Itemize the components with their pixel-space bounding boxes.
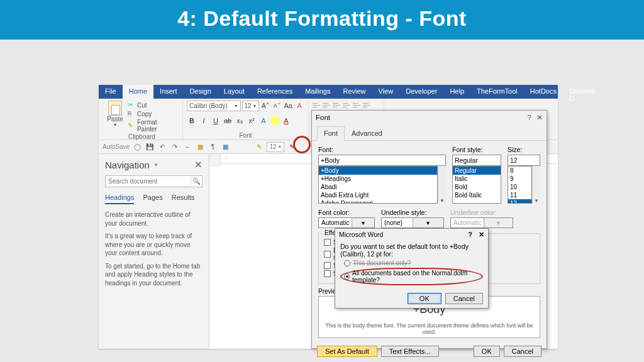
undo-icon[interactable]: ↶	[157, 142, 167, 152]
nav-tab-results[interactable]: Results	[172, 194, 195, 204]
text-effects-button[interactable]: Text Effects...	[381, 346, 439, 357]
toolbar-icon[interactable]: ▦	[195, 142, 205, 152]
paragraph-icons-row1[interactable]	[313, 102, 382, 109]
shrink-font-icon[interactable]: A˅	[272, 101, 282, 111]
list-item[interactable]: 10	[508, 183, 531, 191]
font-name-list[interactable]: +Body +Headings Abadi Abadi Extra Light …	[318, 166, 438, 204]
tab-review[interactable]: Review	[337, 85, 372, 99]
redo-icon[interactable]: ↷	[170, 142, 180, 152]
group-font: Calibri (Body)▼ 12▼ A˄ A˅ Aa A B I U ab …	[183, 100, 309, 140]
pilcrow-icon[interactable]: ¶	[208, 142, 218, 152]
grow-font-icon[interactable]: A˄	[260, 101, 270, 111]
group-clipboard-label: Clipboard	[105, 133, 179, 141]
save-icon[interactable]: 💾	[145, 142, 155, 152]
nav-tab-headings[interactable]: Headings	[105, 194, 134, 204]
font-style-list[interactable]: Regular Italic Bold Bold Italic	[452, 166, 501, 204]
label-font-color: Font color:	[318, 209, 375, 216]
font-name-input[interactable]: +Body	[318, 155, 446, 166]
tab-file[interactable]: File	[99, 85, 123, 99]
list-item[interactable]: 11	[508, 191, 531, 199]
font-size-input[interactable]: 12	[508, 155, 540, 166]
underline-button[interactable]: U	[211, 116, 221, 126]
strike-button[interactable]: ab	[223, 116, 233, 126]
change-case-icon[interactable]: Aa	[283, 101, 293, 111]
repeat-icon[interactable]: ←	[182, 142, 192, 152]
copy-button[interactable]: ⎘Copy	[128, 109, 179, 118]
set-as-default-button[interactable]: Set As Default	[317, 346, 377, 357]
list-item[interactable]: 9	[508, 175, 531, 183]
font-dialog-buttons: Set As Default Text Effects... OK Cancel	[312, 342, 547, 361]
font-size-combo[interactable]: 12▼	[242, 101, 260, 111]
italic-button[interactable]: I	[199, 116, 209, 126]
nav-dropdown-icon[interactable]: ▼	[153, 162, 158, 168]
highlight-tool-icon[interactable]: ✎	[254, 142, 264, 152]
confirm-ok-button[interactable]: OK	[408, 293, 441, 304]
list-item[interactable]: Adobe Devanagari	[319, 199, 437, 204]
highlight-icon[interactable]	[270, 117, 279, 124]
font-size-list[interactable]: 8 9 10 11 12	[508, 166, 532, 204]
list-item[interactable]: Bold	[453, 183, 501, 191]
tab-layout[interactable]: Layout	[218, 85, 251, 99]
list-item[interactable]: +Body	[319, 167, 437, 175]
dialog-close-icon[interactable]: ✕	[536, 114, 543, 121]
nav-hint-3: To get started, go to the Home tab and a…	[105, 262, 203, 288]
search-input-wrap: 🔍	[105, 175, 203, 187]
font-name-combo[interactable]: Calibri (Body)▼	[187, 101, 241, 111]
bold-button[interactable]: B	[187, 116, 197, 126]
tab-advanced-dlg[interactable]: Advanced	[345, 126, 389, 141]
tab-insert[interactable]: Insert	[153, 85, 184, 99]
scrollbar[interactable]: ▼	[438, 166, 446, 204]
tab-view[interactable]: View	[372, 85, 400, 99]
tab-mailings[interactable]: Mailings	[299, 85, 336, 99]
paste-button[interactable]: Paste ▼	[105, 101, 125, 133]
clear-formatting-icon[interactable]: A	[294, 101, 304, 111]
font-style-input[interactable]: Regular	[452, 155, 501, 166]
list-item[interactable]: 8	[508, 167, 531, 175]
tab-home[interactable]: Home	[123, 85, 153, 99]
list-item[interactable]: Regular	[453, 167, 501, 175]
tab-developer[interactable]: Developer	[399, 85, 443, 99]
nav-body: Create an interactive outline of your do…	[105, 211, 203, 287]
search-input[interactable]	[106, 176, 191, 187]
ok-button[interactable]: OK	[474, 346, 500, 357]
label-font: Font:	[318, 146, 446, 153]
superscript-button[interactable]: x²	[247, 116, 257, 126]
tab-hotdocs[interactable]: HotDocs	[524, 85, 563, 99]
table-icon[interactable]: ▦	[220, 142, 230, 152]
font-dialog-tabs: Font Advanced	[312, 126, 547, 141]
underline-style-dropdown[interactable]: (none)▾	[381, 217, 444, 228]
close-icon[interactable]: ✕	[194, 159, 203, 170]
format-painter-button[interactable]: ✎Format Painter	[128, 118, 179, 133]
text-effects-icon[interactable]: A	[258, 116, 269, 126]
list-item[interactable]: Abadi	[319, 183, 437, 191]
list-item[interactable]: +Headings	[319, 175, 437, 183]
tab-design[interactable]: Design	[184, 85, 218, 99]
cut-button[interactable]: ✂Cut	[128, 101, 179, 109]
radio-this-document[interactable]: This document only?	[344, 260, 483, 266]
tab-help[interactable]: Help	[443, 85, 470, 99]
underline-color-dropdown: Automatic▾	[450, 217, 513, 228]
confirm-help-icon[interactable]: ?	[469, 231, 472, 238]
autosave-toggle-icon[interactable]: ◯	[132, 142, 142, 152]
tab-references[interactable]: References	[251, 85, 299, 99]
font-color-icon[interactable]: A	[281, 116, 291, 126]
dialog-help-icon[interactable]: ?	[528, 114, 531, 121]
tab-doxsera[interactable]: Doxserá D	[563, 85, 601, 99]
tab-font-dlg[interactable]: Font	[317, 126, 345, 141]
list-item[interactable]: 12	[508, 199, 531, 204]
qat-size-combo[interactable]: 12▼	[267, 142, 284, 152]
confirm-cancel-button[interactable]: Cancel	[445, 293, 483, 304]
list-item[interactable]: Abadi Extra Light	[319, 191, 437, 199]
radio-all-documents[interactable]: All documents based on the Normal.dotm t…	[344, 270, 479, 283]
list-item[interactable]: Bold Italic	[453, 191, 501, 199]
scrollbar[interactable]: ▼	[532, 166, 540, 204]
nav-tab-pages[interactable]: Pages	[143, 194, 162, 204]
search-icon[interactable]: 🔍	[191, 176, 202, 187]
label-underline-color: Underline color:	[450, 209, 513, 216]
subscript-button[interactable]: x₂	[235, 116, 245, 126]
cancel-button[interactable]: Cancel	[504, 346, 541, 357]
confirm-close-icon[interactable]: ✕	[479, 231, 484, 238]
font-color-dropdown[interactable]: Automatic▾	[318, 217, 375, 228]
tab-theformtool[interactable]: TheFormTool	[470, 85, 524, 99]
list-item[interactable]: Italic	[453, 175, 501, 183]
